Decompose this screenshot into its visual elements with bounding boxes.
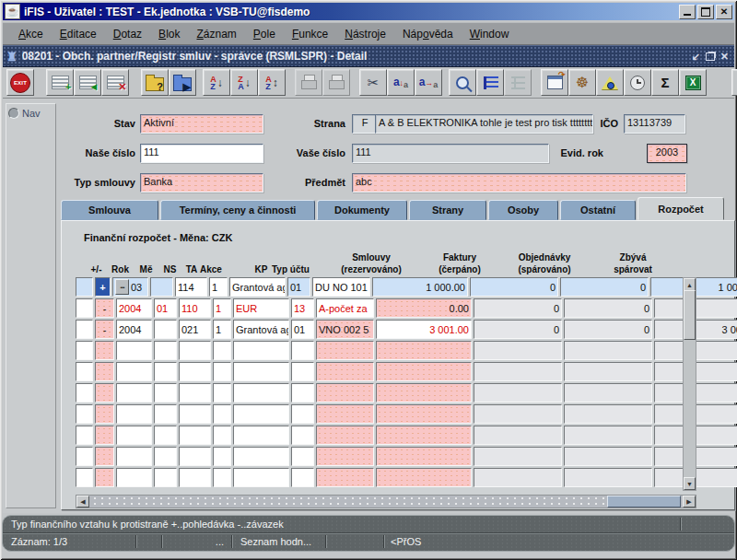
grid-cell[interactable]	[474, 447, 562, 466]
menu-item-zznam[interactable]: Záznam	[188, 25, 244, 43]
record-indicator[interactable]	[76, 383, 93, 402]
grid-cell[interactable]	[95, 426, 114, 445]
grid-cell[interactable]: 01	[287, 277, 310, 297]
menu-item-npovda[interactable]: Nápověda	[394, 25, 462, 43]
grid-cell[interactable]	[316, 468, 374, 487]
mdi-close-button[interactable]: ✕	[720, 52, 729, 62]
exit-button[interactable]: EXIT	[6, 69, 34, 96]
grid-cell[interactable]: 0.00	[376, 298, 472, 318]
record-indicator[interactable]	[76, 277, 93, 297]
grid-cell[interactable]: 01	[291, 320, 314, 339]
paste-button[interactable]: a→a	[415, 69, 442, 96]
grid-cell[interactable]	[179, 362, 211, 381]
duplicate-record-button[interactable]: ◄	[74, 69, 101, 96]
grid-cell[interactable]: 2004	[116, 320, 152, 339]
grid-cell[interactable]: Grantová ag	[229, 277, 286, 297]
grid-cell[interactable]: EUR	[233, 298, 289, 318]
grid-cell[interactable]	[154, 341, 177, 360]
grid-cell[interactable]	[291, 404, 314, 424]
grid-cell[interactable]	[95, 468, 114, 487]
grid-cell[interactable]	[291, 468, 314, 487]
sum-button[interactable]: Σ	[651, 69, 679, 96]
grid-cell[interactable]	[154, 383, 177, 402]
nase-cislo-field[interactable]: 111	[140, 144, 263, 163]
tab-osoby[interactable]: Osoby	[488, 200, 558, 220]
tab-term-ny-ceny-a-innosti[interactable]: Termíny, ceny a činnosti	[160, 200, 315, 220]
print-button[interactable]	[295, 69, 322, 96]
grid-cell[interactable]	[233, 383, 289, 402]
grid-cell[interactable]	[233, 341, 289, 360]
menu-item-dotaz[interactable]: Dotaz	[105, 25, 150, 43]
grid-cell[interactable]: +	[95, 277, 111, 297]
grid-cell[interactable]	[179, 426, 211, 445]
tab-smlouva[interactable]: Smlouva	[61, 200, 158, 220]
grid-cell[interactable]	[116, 447, 152, 466]
grid-cell[interactable]	[213, 447, 231, 466]
tab-dokumenty[interactable]: Dokumenty	[317, 200, 407, 220]
grid-cell[interactable]: Grantová ag	[233, 320, 289, 339]
tab-ostatn-[interactable]: Ostatní	[560, 200, 636, 220]
grid-cell[interactable]	[179, 341, 211, 360]
close-button[interactable]: ✕	[716, 5, 732, 19]
vase-cislo-field[interactable]: 111	[352, 144, 549, 163]
grid-cell[interactable]: ...03	[112, 277, 148, 297]
grid-cell[interactable]	[154, 426, 177, 445]
grid-cell[interactable]	[179, 447, 211, 466]
grid-cell[interactable]	[154, 404, 177, 424]
grid-cell[interactable]	[316, 426, 374, 445]
grid-cell[interactable]	[376, 383, 472, 402]
grid-cell[interactable]	[179, 468, 211, 487]
grid-cell[interactable]	[376, 341, 472, 360]
record-indicator[interactable]	[76, 404, 93, 424]
grid-cell[interactable]: 01	[154, 298, 177, 318]
horizontal-scrollbar[interactable]: ◀ ▶	[76, 495, 696, 508]
grid-cell[interactable]	[116, 426, 152, 445]
grid-cell[interactable]	[213, 404, 231, 424]
ico-field[interactable]: 13113739	[624, 114, 685, 134]
grid-cell[interactable]: 114	[175, 277, 207, 297]
record-indicator[interactable]	[76, 426, 93, 445]
grid-cell[interactable]	[291, 383, 314, 402]
grid-cell[interactable]	[474, 404, 562, 424]
excel-export-button[interactable]: X	[679, 69, 707, 96]
grid-cell[interactable]: 3 001.00	[376, 320, 472, 339]
grid-cell[interactable]	[233, 447, 289, 466]
grid-cell[interactable]	[116, 404, 152, 424]
grid-cell[interactable]	[213, 341, 231, 360]
record-indicator[interactable]	[76, 468, 93, 487]
context-help-button[interactable]: ??	[731, 69, 737, 96]
grid-cell[interactable]: 1 000.00	[372, 277, 468, 297]
record-indicator[interactable]	[76, 320, 93, 339]
grid-cell[interactable]	[376, 468, 472, 487]
maximize-button[interactable]	[697, 5, 714, 19]
strana-name-field[interactable]: A & B ELEKTRONIKA tohle je test pro tisk…	[375, 114, 593, 134]
grid-cell[interactable]: 0	[560, 277, 649, 297]
grid-cell[interactable]	[233, 468, 289, 487]
grid-cell[interactable]	[95, 362, 114, 381]
cut-button[interactable]: ✂	[359, 69, 387, 96]
grid-cell[interactable]	[474, 468, 562, 487]
menu-item-window[interactable]: Window	[462, 25, 518, 43]
grid-cell[interactable]	[95, 404, 114, 424]
nav-radio-icon[interactable]	[8, 108, 19, 119]
grid-cell[interactable]	[179, 404, 211, 424]
delete-record-button[interactable]: ✕	[101, 69, 129, 96]
grid-cell[interactable]: 0	[470, 277, 558, 297]
mdi-restore-button[interactable]	[706, 52, 715, 61]
grid-cell[interactable]	[116, 383, 152, 402]
vertical-scrollbar[interactable]: ▲ ▼	[683, 277, 696, 491]
grid-cell[interactable]: 1	[213, 298, 231, 318]
grid-cell[interactable]: -	[95, 320, 114, 339]
grid-cell[interactable]: 2004	[116, 298, 152, 318]
grid-cell[interactable]	[474, 426, 562, 445]
scroll-up-icon[interactable]: ▲	[684, 278, 696, 291]
grid-cell[interactable]	[154, 362, 177, 381]
scroll-left-icon[interactable]: ◀	[76, 496, 89, 508]
grid-cell[interactable]	[474, 341, 562, 360]
grid-cell[interactable]: A-počet za	[316, 298, 374, 318]
grid-cell[interactable]	[474, 383, 562, 402]
grid-cell[interactable]	[213, 383, 231, 402]
scroll-down-icon[interactable]: ▼	[684, 477, 696, 490]
menu-item-editace[interactable]: Editace	[52, 25, 105, 43]
grid-cell[interactable]	[213, 468, 231, 487]
